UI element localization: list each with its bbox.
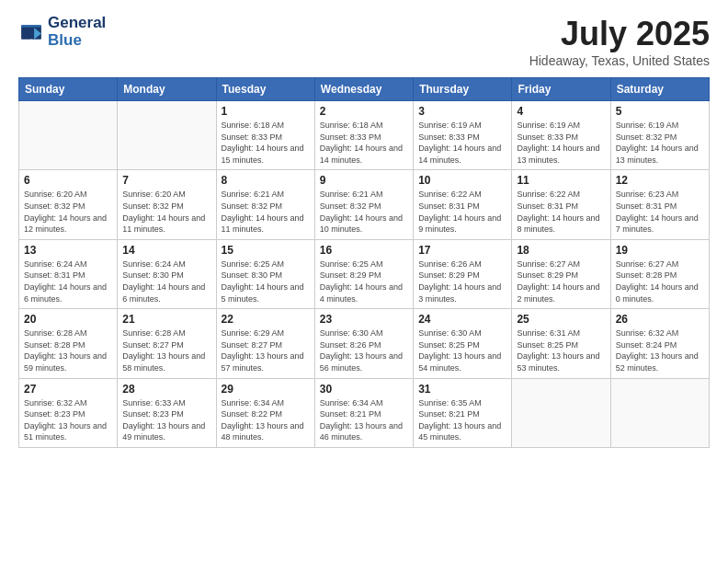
day-info: Sunrise: 6:24 AM Sunset: 8:30 PM Dayligh… bbox=[122, 259, 210, 304]
day-number: 24 bbox=[418, 313, 506, 326]
day-info: Sunrise: 6:33 AM Sunset: 8:23 PM Dayligh… bbox=[122, 397, 210, 443]
calendar-cell: 21Sunrise: 6:28 AM Sunset: 8:27 PM Dayli… bbox=[118, 309, 216, 378]
day-info: Sunrise: 6:19 AM Sunset: 8:32 PM Dayligh… bbox=[616, 120, 704, 166]
calendar-cell: 27Sunrise: 6:32 AM Sunset: 8:23 PM Dayli… bbox=[19, 378, 118, 447]
calendar-cell: 22Sunrise: 6:29 AM Sunset: 8:27 PM Dayli… bbox=[216, 309, 314, 378]
day-number: 31 bbox=[418, 383, 506, 396]
calendar-table: SundayMondayTuesdayWednesdayThursdayFrid… bbox=[18, 77, 710, 448]
day-number: 4 bbox=[517, 105, 605, 118]
day-info: Sunrise: 6:22 AM Sunset: 8:31 PM Dayligh… bbox=[517, 189, 605, 235]
day-info: Sunrise: 6:19 AM Sunset: 8:33 PM Dayligh… bbox=[517, 120, 605, 166]
day-number: 11 bbox=[517, 174, 605, 187]
day-info: Sunrise: 6:34 AM Sunset: 8:22 PM Dayligh… bbox=[222, 397, 310, 443]
calendar-cell: 28Sunrise: 6:33 AM Sunset: 8:23 PM Dayli… bbox=[118, 378, 216, 447]
day-info: Sunrise: 6:23 AM Sunset: 8:31 PM Dayligh… bbox=[616, 189, 704, 235]
svg-rect-2 bbox=[21, 25, 41, 27]
day-number: 17 bbox=[418, 244, 506, 257]
calendar-week-2: 6Sunrise: 6:20 AM Sunset: 8:32 PM Daylig… bbox=[19, 170, 710, 239]
day-info: Sunrise: 6:34 AM Sunset: 8:21 PM Dayligh… bbox=[320, 397, 408, 443]
weekday-header-tuesday: Tuesday bbox=[216, 78, 314, 101]
day-info: Sunrise: 6:27 AM Sunset: 8:28 PM Dayligh… bbox=[616, 259, 704, 304]
page: General Blue July 2025 Hideaway, Texas, … bbox=[0, 0, 728, 463]
calendar-cell: 9Sunrise: 6:21 AM Sunset: 8:32 PM Daylig… bbox=[314, 170, 413, 239]
day-number: 14 bbox=[122, 244, 210, 257]
calendar-cell: 2Sunrise: 6:18 AM Sunset: 8:33 PM Daylig… bbox=[314, 101, 413, 170]
day-number: 29 bbox=[222, 383, 310, 396]
day-number: 25 bbox=[517, 313, 605, 326]
day-info: Sunrise: 6:25 AM Sunset: 8:30 PM Dayligh… bbox=[222, 259, 310, 304]
calendar-cell: 16Sunrise: 6:25 AM Sunset: 8:29 PM Dayli… bbox=[314, 239, 413, 308]
calendar-cell bbox=[610, 378, 709, 447]
calendar-cell: 3Sunrise: 6:19 AM Sunset: 8:33 PM Daylig… bbox=[414, 101, 512, 170]
day-number: 26 bbox=[616, 313, 704, 326]
day-number: 23 bbox=[320, 313, 408, 326]
day-info: Sunrise: 6:18 AM Sunset: 8:33 PM Dayligh… bbox=[222, 120, 310, 166]
day-info: Sunrise: 6:29 AM Sunset: 8:27 PM Dayligh… bbox=[222, 327, 310, 373]
calendar-cell: 23Sunrise: 6:30 AM Sunset: 8:26 PM Dayli… bbox=[314, 309, 413, 378]
day-info: Sunrise: 6:28 AM Sunset: 8:28 PM Dayligh… bbox=[24, 327, 112, 373]
weekday-header-thursday: Thursday bbox=[414, 78, 512, 101]
day-number: 22 bbox=[222, 313, 310, 326]
subtitle: Hideaway, Texas, United States bbox=[529, 53, 710, 68]
calendar-cell: 5Sunrise: 6:19 AM Sunset: 8:32 PM Daylig… bbox=[610, 101, 709, 170]
calendar-cell: 1Sunrise: 6:18 AM Sunset: 8:33 PM Daylig… bbox=[216, 101, 314, 170]
day-number: 20 bbox=[24, 313, 112, 326]
calendar-cell: 29Sunrise: 6:34 AM Sunset: 8:22 PM Dayli… bbox=[216, 378, 314, 447]
day-number: 18 bbox=[517, 244, 605, 257]
calendar-cell: 25Sunrise: 6:31 AM Sunset: 8:25 PM Dayli… bbox=[512, 309, 610, 378]
weekday-header-saturday: Saturday bbox=[610, 78, 709, 101]
day-info: Sunrise: 6:22 AM Sunset: 8:31 PM Dayligh… bbox=[418, 189, 506, 235]
day-number: 7 bbox=[122, 174, 210, 187]
day-info: Sunrise: 6:30 AM Sunset: 8:25 PM Dayligh… bbox=[418, 327, 506, 373]
calendar-cell: 6Sunrise: 6:20 AM Sunset: 8:32 PM Daylig… bbox=[19, 170, 118, 239]
logo: General Blue bbox=[18, 15, 106, 49]
day-info: Sunrise: 6:20 AM Sunset: 8:32 PM Dayligh… bbox=[24, 189, 112, 235]
calendar-cell: 30Sunrise: 6:34 AM Sunset: 8:21 PM Dayli… bbox=[314, 378, 413, 447]
day-number: 28 bbox=[122, 383, 210, 396]
calendar-cell: 20Sunrise: 6:28 AM Sunset: 8:28 PM Dayli… bbox=[19, 309, 118, 378]
calendar-cell: 10Sunrise: 6:22 AM Sunset: 8:31 PM Dayli… bbox=[414, 170, 512, 239]
day-number: 1 bbox=[222, 105, 310, 118]
day-info: Sunrise: 6:32 AM Sunset: 8:23 PM Dayligh… bbox=[24, 397, 112, 443]
day-info: Sunrise: 6:31 AM Sunset: 8:25 PM Dayligh… bbox=[517, 327, 605, 373]
calendar-cell bbox=[19, 101, 118, 170]
calendar-week-4: 20Sunrise: 6:28 AM Sunset: 8:28 PM Dayli… bbox=[19, 309, 710, 378]
day-number: 19 bbox=[616, 244, 704, 257]
header: General Blue July 2025 Hideaway, Texas, … bbox=[18, 15, 710, 68]
day-info: Sunrise: 6:18 AM Sunset: 8:33 PM Dayligh… bbox=[320, 120, 408, 166]
day-info: Sunrise: 6:32 AM Sunset: 8:24 PM Dayligh… bbox=[616, 327, 704, 373]
calendar-cell: 12Sunrise: 6:23 AM Sunset: 8:31 PM Dayli… bbox=[610, 170, 709, 239]
day-number: 15 bbox=[222, 244, 310, 257]
weekday-header-wednesday: Wednesday bbox=[314, 78, 413, 101]
day-info: Sunrise: 6:26 AM Sunset: 8:29 PM Dayligh… bbox=[418, 259, 506, 304]
calendar-cell: 4Sunrise: 6:19 AM Sunset: 8:33 PM Daylig… bbox=[512, 101, 610, 170]
calendar-cell bbox=[118, 101, 216, 170]
day-number: 5 bbox=[616, 105, 704, 118]
day-number: 27 bbox=[24, 383, 112, 396]
calendar-cell: 13Sunrise: 6:24 AM Sunset: 8:31 PM Dayli… bbox=[19, 239, 118, 308]
day-number: 2 bbox=[320, 105, 408, 118]
calendar-cell: 24Sunrise: 6:30 AM Sunset: 8:25 PM Dayli… bbox=[414, 309, 512, 378]
weekday-header-friday: Friday bbox=[512, 78, 610, 101]
calendar-week-1: 1Sunrise: 6:18 AM Sunset: 8:33 PM Daylig… bbox=[19, 101, 710, 170]
day-number: 10 bbox=[418, 174, 506, 187]
day-info: Sunrise: 6:25 AM Sunset: 8:29 PM Dayligh… bbox=[320, 259, 408, 304]
calendar-cell: 19Sunrise: 6:27 AM Sunset: 8:28 PM Dayli… bbox=[610, 239, 709, 308]
calendar-cell: 18Sunrise: 6:27 AM Sunset: 8:29 PM Dayli… bbox=[512, 239, 610, 308]
calendar-week-3: 13Sunrise: 6:24 AM Sunset: 8:31 PM Dayli… bbox=[19, 239, 710, 308]
day-number: 6 bbox=[24, 174, 112, 187]
logo-icon bbox=[18, 19, 44, 45]
calendar-cell: 14Sunrise: 6:24 AM Sunset: 8:30 PM Dayli… bbox=[118, 239, 216, 308]
day-info: Sunrise: 6:21 AM Sunset: 8:32 PM Dayligh… bbox=[222, 189, 310, 235]
day-info: Sunrise: 6:24 AM Sunset: 8:31 PM Dayligh… bbox=[24, 259, 112, 304]
day-info: Sunrise: 6:21 AM Sunset: 8:32 PM Dayligh… bbox=[320, 189, 408, 235]
day-number: 21 bbox=[122, 313, 210, 326]
calendar-header-row: SundayMondayTuesdayWednesdayThursdayFrid… bbox=[19, 78, 710, 101]
day-info: Sunrise: 6:28 AM Sunset: 8:27 PM Dayligh… bbox=[122, 327, 210, 373]
calendar-cell: 8Sunrise: 6:21 AM Sunset: 8:32 PM Daylig… bbox=[216, 170, 314, 239]
calendar-cell: 15Sunrise: 6:25 AM Sunset: 8:30 PM Dayli… bbox=[216, 239, 314, 308]
main-title: July 2025 bbox=[529, 15, 710, 53]
day-number: 9 bbox=[320, 174, 408, 187]
logo-text: General Blue bbox=[48, 15, 106, 49]
day-number: 8 bbox=[222, 174, 310, 187]
